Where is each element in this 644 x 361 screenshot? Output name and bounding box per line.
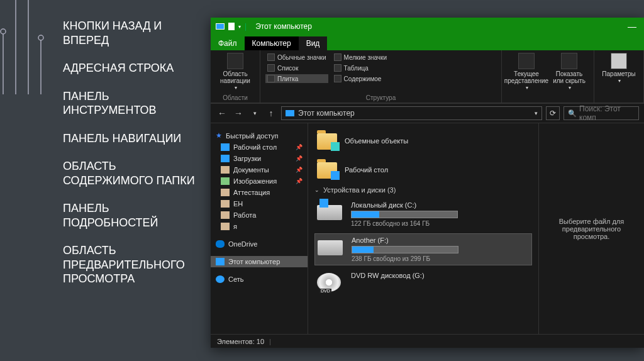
search-placeholder: Поиск: Этот комп bbox=[579, 104, 635, 122]
pin-icon: 📌 bbox=[296, 167, 303, 173]
nav-thispc[interactable]: Этот компьютер bbox=[211, 256, 308, 267]
drive-f-name: Another (F:) bbox=[352, 236, 529, 244]
options-button[interactable]: Параметры▾ bbox=[599, 53, 638, 84]
search-input[interactable]: 🔍 Поиск: Этот комп bbox=[564, 106, 639, 120]
hdd-icon bbox=[318, 240, 343, 255]
item-desktop[interactable]: Рабочий стол bbox=[314, 157, 532, 182]
view-content[interactable]: Содержимое bbox=[332, 74, 389, 83]
preview-text: Выберите файл для предварительного просм… bbox=[545, 218, 638, 240]
label-content: Область содержимого папки bbox=[63, 159, 201, 187]
ribbon-tabs: Файл Компьютер Вид bbox=[211, 35, 644, 50]
label-nav: Панель навигации bbox=[63, 131, 201, 146]
thispc-icon bbox=[216, 258, 225, 265]
ribbon: Область навигации ▾ Области Обычные знач… bbox=[211, 50, 644, 103]
tab-file[interactable]: Файл bbox=[211, 36, 245, 50]
drive-f-bar bbox=[352, 246, 458, 253]
show-hide-icon bbox=[561, 53, 577, 69]
titlebar[interactable]: ▾ | Этот компьютер — bbox=[211, 18, 644, 35]
nav-folder-1[interactable]: Аттестация bbox=[211, 187, 308, 198]
preview-pane: Выберите файл для предварительного просм… bbox=[538, 123, 644, 334]
group-layout: Структура bbox=[265, 94, 496, 101]
drive-dvd-name: DVD RW дисковод (G:) bbox=[351, 272, 530, 279]
options-icon bbox=[611, 53, 627, 69]
pin-icon: 📌 bbox=[296, 155, 303, 162]
hdd-icon bbox=[317, 205, 342, 220]
nav-pictures[interactable]: Изображения📌 bbox=[211, 175, 308, 187]
back-button[interactable]: ← bbox=[216, 107, 228, 119]
view-small-icons[interactable]: Мелкие значки bbox=[332, 53, 389, 62]
view-tiles[interactable]: Плитка bbox=[265, 74, 328, 83]
doc-icon bbox=[228, 23, 235, 30]
up-button[interactable]: ↑ bbox=[265, 107, 277, 119]
pin-icon: 📌 bbox=[296, 144, 303, 150]
chevron-down-icon[interactable]: ▾ bbox=[535, 110, 538, 116]
nav-downloads[interactable]: Загрузки📌 bbox=[211, 153, 308, 164]
nav-folder-2[interactable]: ЕН bbox=[211, 198, 308, 209]
forward-button[interactable]: → bbox=[232, 107, 245, 119]
thispc-icon bbox=[216, 23, 225, 30]
view-list[interactable]: Список bbox=[265, 64, 328, 72]
nav-folder-4[interactable]: я bbox=[211, 221, 308, 232]
label-details: Панель подробностей bbox=[63, 201, 201, 230]
view-normal-icons[interactable]: Обычные значки bbox=[265, 53, 328, 62]
show-hide-button[interactable]: Показать или скрыть▾ bbox=[550, 53, 589, 91]
view-table[interactable]: Таблица bbox=[332, 64, 389, 72]
documents-icon bbox=[221, 166, 230, 174]
nav-pane-button[interactable]: Область навигации ▾ bbox=[216, 53, 255, 91]
window-title: Этот компьютер bbox=[255, 22, 312, 31]
current-view-label: Текущее представление bbox=[504, 70, 548, 84]
thispc-icon bbox=[286, 110, 294, 116]
explorer-window: ▾ | Этот компьютер — Файл Компьютер Вид … bbox=[211, 18, 644, 348]
folder-icon bbox=[221, 223, 230, 230]
nav-panel: ★Быстрый доступ Рабочий стол📌 Загрузки📌 … bbox=[211, 123, 308, 334]
item-3d-objects[interactable]: Объемные объекты bbox=[314, 128, 532, 153]
tab-view[interactable]: Вид bbox=[299, 36, 328, 50]
folder-icon bbox=[221, 211, 230, 219]
dvd-icon: DVD bbox=[317, 273, 341, 292]
pictures-icon bbox=[221, 177, 230, 185]
status-bar: Элементов: 10 | bbox=[211, 334, 644, 348]
show-hide-label: Показать или скрыть bbox=[550, 70, 589, 84]
folder-icon bbox=[221, 200, 230, 208]
group-devices[interactable]: ⌄ Устройства и диски (3) bbox=[314, 186, 532, 194]
svg-point-9 bbox=[38, 35, 43, 40]
nav-pane-label: Область навигации bbox=[216, 70, 255, 84]
nav-desktop[interactable]: Рабочий стол📌 bbox=[211, 142, 308, 153]
nav-folder-3[interactable]: Работа bbox=[211, 209, 308, 221]
annotations: Кнопки назад и вперед Адресная строка Па… bbox=[63, 19, 201, 300]
drive-dvd[interactable]: DVD DVD RW дисковод (G:) bbox=[314, 269, 532, 294]
star-icon: ★ bbox=[216, 131, 222, 140]
nav-documents[interactable]: Документы📌 bbox=[211, 164, 308, 175]
group-areas: Области bbox=[216, 94, 255, 101]
svg-point-1 bbox=[1, 29, 6, 34]
recent-button[interactable]: ▾ bbox=[248, 107, 261, 119]
search-icon: 🔍 bbox=[568, 109, 577, 118]
network-icon bbox=[216, 275, 225, 283]
current-view-button[interactable]: Текущее представление▾ bbox=[507, 53, 546, 91]
breadcrumb[interactable]: Этот компьютер bbox=[298, 109, 355, 118]
current-view-icon bbox=[518, 53, 535, 69]
nav-onedrive[interactable]: OneDrive bbox=[211, 238, 308, 250]
qat-dropdown-icon[interactable]: ▾ bbox=[238, 24, 241, 30]
pin-icon: 📌 bbox=[296, 178, 303, 184]
drive-c[interactable]: Локальный диск (C:) 122 ГБ свободно из 1… bbox=[314, 199, 532, 230]
drive-c-sub: 122 ГБ свободно из 164 ГБ bbox=[351, 220, 530, 227]
path-input[interactable]: Этот компьютер ▾ bbox=[281, 106, 542, 120]
folder-icon bbox=[221, 189, 230, 196]
drive-f[interactable]: Another (F:) 238 ГБ свободно из 299 ГБ bbox=[314, 233, 532, 265]
nav-quick-access[interactable]: ★Быстрый доступ bbox=[211, 130, 308, 142]
desktop-icon bbox=[221, 143, 230, 151]
tab-computer[interactable]: Компьютер bbox=[245, 36, 299, 50]
label-address: Адресная строка bbox=[63, 61, 201, 75]
drive-c-name: Локальный диск (C:) bbox=[351, 201, 530, 209]
minimize-button[interactable]: — bbox=[628, 21, 644, 31]
drive-c-bar bbox=[351, 211, 458, 218]
address-bar: ← → ▾ ↑ Этот компьютер ▾ ⟳ 🔍 Поиск: Этот… bbox=[211, 103, 644, 123]
label-toolbar: Панель инструментов bbox=[63, 89, 201, 118]
refresh-button[interactable]: ⟳ bbox=[546, 106, 560, 120]
nav-network[interactable]: Сеть bbox=[211, 274, 308, 285]
divider: | bbox=[245, 22, 247, 31]
nav-pane-icon bbox=[227, 53, 243, 69]
item-count: Элементов: 10 bbox=[217, 338, 264, 345]
label-preview: Область предварительного просмотра bbox=[63, 243, 201, 286]
